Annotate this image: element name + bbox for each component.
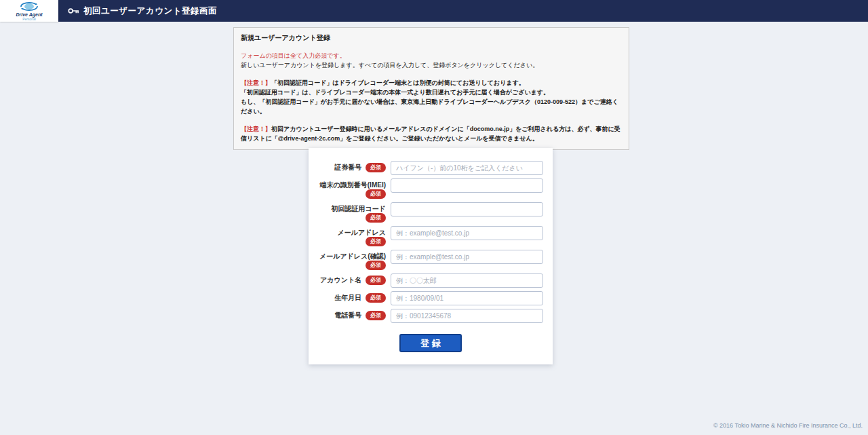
required-badge: 必須 bbox=[366, 293, 386, 303]
required-badge: 必須 bbox=[366, 213, 386, 223]
notice-title: 新規ユーザーアカウント登録 bbox=[241, 33, 622, 43]
field-label-group: 生年月日 必須 bbox=[318, 291, 391, 303]
form-row-account-name: アカウント名 必須 bbox=[318, 273, 543, 288]
email-confirm-input[interactable] bbox=[391, 250, 543, 264]
caution1-line2: 「初回認証用コード」は、ドライブレコーダー端末の本体一式より数日遅れてお手元に届… bbox=[241, 88, 622, 97]
email-input[interactable] bbox=[391, 226, 543, 240]
caution-block-1: 【注意！】「初回認証用コード」はドライブレコーダー端末とは別便の封筒にてお送りし… bbox=[241, 78, 622, 116]
drive-agent-logo[interactable]: Drive Agent Personal bbox=[0, 0, 58, 22]
logo-brand-text: Drive Agent bbox=[16, 12, 42, 17]
form-row-imei: 端末の識別番号(IMEI) 必須 bbox=[318, 178, 543, 199]
logo-sub-text: Personal bbox=[22, 17, 36, 21]
field-label-group: 初回認証用コード 必須 bbox=[318, 202, 391, 223]
form-row-phone-number: 電話番号 必須 bbox=[318, 309, 543, 323]
caution-block-2: 【注意！】初回アカウントユーザー登録時に用いるメールアドレスのドメインに「doc… bbox=[241, 124, 622, 143]
required-badge: 必須 bbox=[366, 261, 386, 270]
field-label: 電話番号 bbox=[334, 311, 361, 319]
field-label: メールアドレス(確認) bbox=[319, 252, 386, 260]
notice-intro: フォームの項目は全て入力必須です。 新しいユーザーアカウントを登録します。すべて… bbox=[241, 51, 622, 70]
key-icon bbox=[68, 7, 79, 15]
field-label-group: メールアドレス 必須 bbox=[318, 226, 391, 246]
form-row-initial-auth-code: 初回認証用コード 必須 bbox=[318, 202, 543, 223]
required-warning-text: フォームの項目は全て入力必須です。 bbox=[241, 51, 622, 60]
required-badge: 必須 bbox=[366, 311, 386, 320]
field-label-group: 端末の識別番号(IMEI) 必須 bbox=[318, 178, 391, 199]
registration-form: 証券番号 必須 端末の識別番号(IMEI) 必須 初回認証用コード 必須 メール… bbox=[309, 148, 553, 364]
notice-box: 新規ユーザーアカウント登録 フォームの項目は全て入力必須です。 新しいユーザーア… bbox=[233, 27, 629, 150]
field-label: 証券番号 bbox=[334, 164, 361, 171]
page-title: 初回ユーザーアカウント登録画面 bbox=[68, 5, 217, 17]
form-row-policy-number: 証券番号 必須 bbox=[318, 161, 543, 175]
form-row-birthdate: 生年月日 必須 bbox=[318, 291, 543, 305]
field-label-group: 電話番号 必須 bbox=[318, 309, 391, 320]
field-label-group: アカウント名 必須 bbox=[318, 273, 391, 285]
caution-prefix: 【注意！】 bbox=[241, 79, 271, 86]
header-bar: 初回ユーザーアカウント登録画面 bbox=[0, 0, 868, 22]
field-label-group: メールアドレス(確認) 必須 bbox=[318, 250, 391, 270]
phone-number-input[interactable] bbox=[391, 309, 543, 323]
caution1-line3: もし、「初回認証用コード」がお手元に届かない場合は、東京海上日動ドライブレコーダ… bbox=[241, 97, 622, 116]
required-badge: 必須 bbox=[366, 189, 386, 199]
initial-auth-code-input[interactable] bbox=[391, 202, 543, 216]
birthdate-input[interactable] bbox=[391, 291, 543, 305]
form-row-email-confirm: メールアドレス(確認) 必須 bbox=[318, 250, 543, 270]
field-label-group: 証券番号 必須 bbox=[318, 161, 391, 172]
intro-text: 新しいユーザーアカウントを登録します。すべての項目を入力して、登録ボタンをクリッ… bbox=[241, 60, 622, 70]
field-label: メールアドレス bbox=[338, 229, 386, 236]
field-label: 生年月日 bbox=[334, 294, 361, 301]
caution-prefix-2: 【注意！】 bbox=[241, 126, 271, 132]
field-label: 初回認証用コード bbox=[332, 205, 386, 212]
required-badge: 必須 bbox=[366, 163, 386, 172]
imei-input[interactable] bbox=[391, 178, 543, 193]
account-name-input[interactable] bbox=[391, 273, 543, 288]
drive-agent-logo-icon bbox=[18, 1, 41, 12]
register-button[interactable]: 登録 bbox=[399, 334, 462, 352]
page-title-text: 初回ユーザーアカウント登録画面 bbox=[83, 5, 217, 17]
policy-number-input[interactable] bbox=[391, 161, 543, 175]
field-label: 端末の識別番号(IMEI) bbox=[320, 181, 386, 189]
caution1-line1-text: 「初回認証用コード」はドライブレコーダー端末とは別便の封筒にてお送りしております… bbox=[271, 79, 525, 86]
caution1-line1: 【注意！】「初回認証用コード」はドライブレコーダー端末とは別便の封筒にてお送りし… bbox=[241, 78, 622, 88]
field-label: アカウント名 bbox=[320, 276, 361, 284]
copyright-text: © 2016 Tokio Marine & Nichido Fire Insur… bbox=[713, 422, 863, 429]
required-badge: 必須 bbox=[366, 276, 386, 285]
caution2-text: 初回アカウントユーザー登録時に用いるメールアドレスのドメインに「docomo.n… bbox=[241, 126, 620, 142]
form-row-email: メールアドレス 必須 bbox=[318, 226, 543, 246]
required-badge: 必須 bbox=[366, 237, 386, 246]
